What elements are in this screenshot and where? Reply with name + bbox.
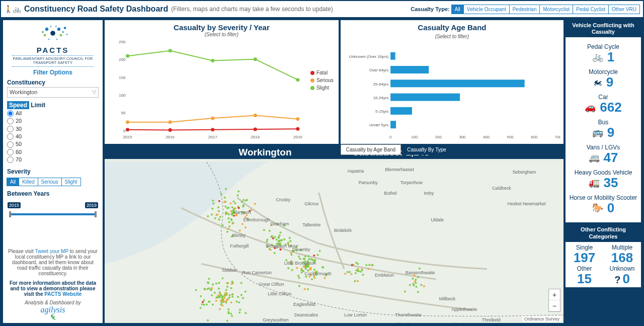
map-panel: Workington Casualties: 1,143 MaryportDea… — [105, 146, 564, 323]
svg-point-38 — [296, 78, 299, 82]
map-label: Little Broughton — [284, 261, 316, 266]
casualty-type-pedal-cyclist[interactable]: Pedal Cyclist — [573, 5, 609, 14]
map-label: Aspatria — [347, 169, 364, 174]
svg-text:200: 200 — [119, 57, 126, 62]
vehicle-car: Car🚗662 — [567, 94, 640, 114]
casualty-type-other-vru[interactable]: Other VRU — [608, 5, 640, 14]
year-min: 2015 — [8, 202, 21, 208]
speed-option-30[interactable]: 30 — [7, 125, 99, 133]
svg-point-0 — [50, 31, 55, 36]
svg-point-226 — [228, 296, 230, 298]
vehicle-panel-title: Vehicle Conflicting with Casualty — [566, 20, 641, 37]
svg-point-28 — [296, 127, 299, 131]
svg-point-302 — [230, 287, 232, 289]
vehicle-icon: 🚗 — [585, 102, 596, 113]
svg-text:0: 0 — [123, 129, 126, 133]
age-band-chart[interactable]: 0100200300400500600700Unknown (Over 16yr… — [344, 43, 560, 144]
svg-point-387 — [409, 284, 411, 286]
svg-point-140 — [290, 252, 292, 254]
svg-point-216 — [322, 267, 324, 269]
pacts-logo-text: PACTS — [7, 46, 99, 54]
chevron-down-icon: ▽ — [92, 89, 96, 96]
svg-point-121 — [234, 207, 236, 209]
svg-point-211 — [313, 269, 315, 271]
svg-point-304 — [208, 301, 210, 303]
map-label: Torpenhow — [400, 180, 423, 185]
speed-option-20[interactable]: 20 — [7, 117, 99, 125]
svg-text:2019: 2019 — [293, 135, 302, 139]
casualty-type-motorcyclist[interactable]: Motorcyclist — [539, 5, 573, 14]
map-label: Flimby — [232, 233, 246, 238]
severity-year-chart-panel: Casualty by Severity / Year (Select to f… — [105, 20, 339, 144]
vehicle-motorcycle: Motorcycle🏍9 — [567, 68, 640, 89]
legend-serious[interactable]: Serious — [310, 77, 334, 83]
vehicle-icon: 🏍 — [593, 77, 602, 88]
svg-text:5-15yrs: 5-15yrs — [375, 109, 388, 114]
zoom-out-button[interactable]: − — [549, 300, 560, 311]
speed-option-60[interactable]: 60 — [7, 148, 99, 156]
svg-point-276 — [235, 301, 237, 303]
svg-point-255 — [226, 286, 228, 288]
svg-text:Unknown (Over 16yrs): Unknown (Over 16yrs) — [349, 54, 389, 59]
svg-point-144 — [307, 288, 309, 290]
vehicle-icon: 🚐 — [589, 152, 600, 163]
speed-option-40[interactable]: 40 — [7, 133, 99, 140]
svg-point-1 — [45, 28, 48, 31]
pacts-logo-tagline: PARLIAMENTARY ADVISORY COUNCIL FOR TRANS… — [12, 55, 94, 67]
casualty-type-all[interactable]: All — [451, 5, 464, 14]
year-range-slider[interactable]: 2015 2019 — [9, 209, 97, 219]
svg-point-36 — [211, 59, 214, 62]
constituency-select[interactable]: Workington ▽ — [7, 87, 99, 98]
svg-point-376 — [349, 271, 351, 273]
filter-sidebar: PACTS PARLIAMENTARY ADVISORY COUNCIL FOR… — [3, 20, 103, 323]
casualty-type-pedestrian[interactable]: Pedestrian — [509, 5, 540, 14]
svg-point-300 — [238, 311, 240, 313]
legend-fatal[interactable]: Fatal — [310, 70, 334, 75]
map-canvas[interactable]: MaryportDearhamCrosbyGilcruxTallentireBr… — [105, 159, 564, 323]
pacts-website-link[interactable]: PACTS Website — [44, 291, 82, 297]
severity-killed[interactable]: Killed — [19, 178, 38, 186]
svg-text:100: 100 — [411, 135, 418, 139]
svg-point-298 — [231, 293, 233, 295]
svg-point-314 — [215, 282, 217, 284]
svg-point-266 — [200, 295, 202, 297]
svg-text:300: 300 — [459, 135, 466, 139]
tab-casualty-by-age-band[interactable]: Casualty by Age Band — [341, 144, 401, 155]
svg-point-73 — [245, 226, 247, 228]
svg-point-294 — [203, 288, 205, 290]
tweet-mp-link[interactable]: Tweet your MP — [35, 249, 68, 254]
svg-point-101 — [242, 223, 244, 225]
svg-point-233 — [230, 301, 232, 303]
vehicle-conflicting-panel: Vehicle Conflicting with Casualty Pedal … — [566, 20, 641, 222]
svg-point-5 — [50, 26, 51, 27]
severity-all[interactable]: All — [7, 178, 19, 186]
severity-serious[interactable]: Serious — [38, 178, 62, 186]
svg-point-200 — [308, 258, 310, 260]
svg-point-79 — [229, 202, 231, 204]
map-label: Parsonby — [359, 180, 378, 185]
speed-option-All[interactable]: All — [7, 110, 99, 117]
svg-text:250: 250 — [119, 40, 126, 44]
svg-point-197 — [310, 268, 312, 270]
map-label: Sebergham — [513, 170, 536, 175]
zoom-in-button[interactable]: + — [549, 289, 560, 300]
severity-year-chart[interactable]: 05010015020025020152016201720182019 — [108, 39, 336, 141]
svg-point-380 — [352, 264, 354, 266]
speed-option-70[interactable]: 70 — [7, 156, 99, 164]
severity-slight[interactable]: Slight — [61, 178, 81, 186]
casualty-type-vehicle-occupant[interactable]: Vehicle Occupant — [463, 5, 510, 14]
vehicle-icon: 🚲 — [592, 51, 603, 62]
svg-point-326 — [289, 240, 291, 242]
svg-point-378 — [344, 273, 346, 275]
svg-point-31 — [211, 117, 214, 120]
speed-option-50[interactable]: 50 — [7, 140, 99, 148]
map-label: Keswick — [441, 322, 458, 323]
legend-slight[interactable]: Slight — [310, 85, 334, 91]
svg-point-117 — [212, 200, 214, 202]
svg-point-238 — [218, 288, 220, 290]
svg-text:2017: 2017 — [208, 135, 217, 139]
svg-point-277 — [207, 319, 209, 321]
tab-casualty-by-type[interactable]: Casualty By Type — [401, 144, 452, 155]
svg-point-98 — [222, 224, 224, 226]
vehicle-icon: 🐎 — [592, 202, 603, 213]
